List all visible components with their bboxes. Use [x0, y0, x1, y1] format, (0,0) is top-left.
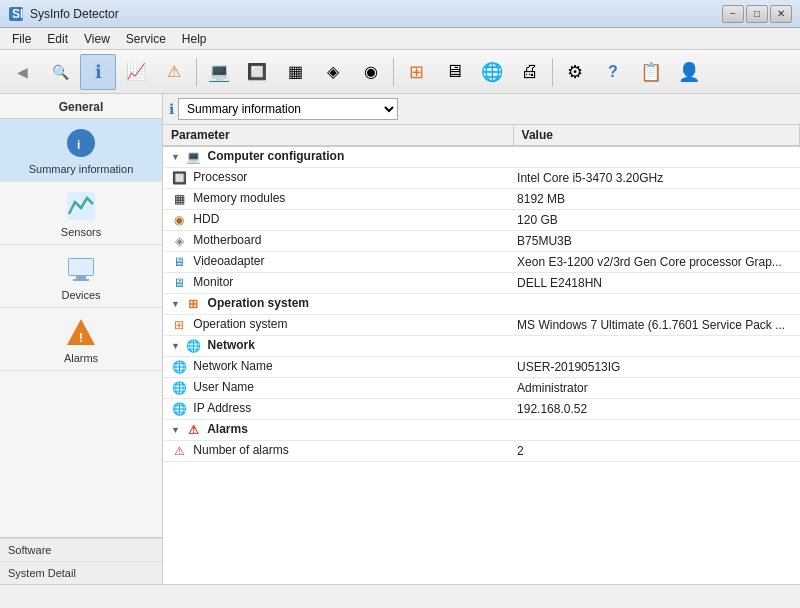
section-alarms-label: ▼ ⚠ Alarms: [163, 420, 513, 441]
username-icon: 🌐: [171, 380, 187, 396]
video-icon: 🖥: [171, 254, 187, 270]
menu-service[interactable]: Service: [118, 30, 174, 48]
hdd-param: ◉ HDD: [163, 210, 513, 231]
warn-icon: ⚠: [167, 62, 181, 81]
ip-param: 🌐 IP Address: [163, 399, 513, 420]
status-bar: [0, 584, 800, 608]
chart-icon: 📈: [126, 62, 146, 81]
tb-alarms-button[interactable]: ⚠: [156, 54, 192, 90]
os-icon: ⊞: [171, 317, 187, 333]
network-icon: 🌐: [481, 61, 503, 83]
help-icon: ?: [608, 63, 618, 81]
svg-rect-6: [76, 276, 86, 279]
tb-settings-button[interactable]: ⚙: [557, 54, 593, 90]
sidebar-item-devices[interactable]: Devices: [0, 245, 162, 308]
table-row[interactable]: ▼ 💻 Computer configuration: [163, 146, 800, 168]
mb-param: ◈ Motherboard: [163, 231, 513, 252]
tb-display-button[interactable]: 🖥: [436, 54, 472, 90]
table-row: 🌐 User Name Administrator: [163, 378, 800, 399]
sidebar-item-alarms[interactable]: ! Alarms: [0, 308, 162, 371]
drive-icon: ◉: [364, 62, 378, 81]
search-icon: 🔍: [52, 64, 69, 80]
sidebar-item-sensors-label: Sensors: [61, 226, 101, 238]
table-row: ⊞ Operation system MS Windows 7 Ultimate…: [163, 315, 800, 336]
tb-sensors-button[interactable]: 📈: [118, 54, 154, 90]
title-bar: SI SysInfo Detector − □ ✕: [0, 0, 800, 28]
summary-table: Parameter Value ▼ 💻 Computer configurati…: [163, 125, 800, 462]
tb-user-button[interactable]: 👤: [671, 54, 707, 90]
table-row: ▦ Memory modules 8192 MB: [163, 189, 800, 210]
expand-alarms-icon[interactable]: ▼: [171, 425, 180, 435]
tb-cpu-button[interactable]: 🔲: [239, 54, 275, 90]
video-param: 🖥 Videoadapter: [163, 252, 513, 273]
devices-icon: [65, 253, 97, 285]
content-toolbar: ℹ Summary information: [163, 94, 800, 125]
monitor-param: 🖥 Monitor: [163, 273, 513, 294]
tb-info-button[interactable]: ℹ: [80, 54, 116, 90]
tb-drive-button[interactable]: ◉: [353, 54, 389, 90]
toolbar-separator-1: [196, 58, 197, 86]
video-value: Xeon E3-1200 v2/3rd Gen Core processor G…: [513, 252, 799, 273]
os-param: ⊞ Operation system: [163, 315, 513, 336]
computer-row-icon: 💻: [185, 149, 201, 165]
toolbar: ◀ 🔍 ℹ 📈 ⚠ 💻 🔲 ▦ ◈ ◉ ⊞ 🖥 🌐 🖨 ⚙ ?: [0, 50, 800, 94]
content-area: ℹ Summary information Parameter Value: [163, 94, 800, 584]
menu-file[interactable]: File: [4, 30, 39, 48]
tb-search-button[interactable]: 🔍: [42, 54, 78, 90]
tb-network-button[interactable]: 🌐: [474, 54, 510, 90]
hdd-icon: ◉: [171, 212, 187, 228]
menu-bar: File Edit View Service Help: [0, 28, 800, 50]
expand-os-icon[interactable]: ▼: [171, 299, 180, 309]
tb-back-button[interactable]: ◀: [4, 54, 40, 90]
mb-icon: ◈: [171, 233, 187, 249]
table-row[interactable]: ▼ ⚠ Alarms: [163, 420, 800, 441]
computer-icon: 💻: [208, 61, 230, 83]
dropdown-info-icon: ℹ: [169, 101, 174, 117]
summary-select[interactable]: Summary information: [178, 98, 398, 120]
sidebar-bottom-software[interactable]: Software: [0, 538, 162, 561]
maximize-button[interactable]: □: [746, 5, 768, 23]
user-icon: 👤: [678, 61, 700, 83]
memory-param: ▦ Memory modules: [163, 189, 513, 210]
expand-network-icon[interactable]: ▼: [171, 341, 180, 351]
sidebar-item-summary[interactable]: i Summary information: [0, 119, 162, 182]
network-row-icon: 🌐: [185, 338, 201, 354]
sidebar: General i Summary information Sensors: [0, 94, 163, 584]
menu-help[interactable]: Help: [174, 30, 215, 48]
table-row: ◈ Motherboard B75MU3B: [163, 231, 800, 252]
table-row[interactable]: ▼ ⊞ Operation system: [163, 294, 800, 315]
minimize-button[interactable]: −: [722, 5, 744, 23]
section-network-label: ▼ 🌐 Network: [163, 336, 513, 357]
table-row: 🔲 Processor Intel Core i5-3470 3.20GHz: [163, 168, 800, 189]
app-icon: SI: [8, 6, 24, 22]
printer-icon: 🖨: [521, 61, 539, 82]
section-computer-label: ▼ 💻 Computer configuration: [163, 146, 513, 168]
table-row[interactable]: ▼ 🌐 Network: [163, 336, 800, 357]
menu-edit[interactable]: Edit: [39, 30, 76, 48]
close-button[interactable]: ✕: [770, 5, 792, 23]
tb-printer-button[interactable]: 🖨: [512, 54, 548, 90]
tb-windows-button[interactable]: ⊞: [398, 54, 434, 90]
tb-mb-button[interactable]: ◈: [315, 54, 351, 90]
table-row: 🖥 Monitor DELL E2418HN: [163, 273, 800, 294]
processor-value: Intel Core i5-3470 3.20GHz: [513, 168, 799, 189]
expand-computer-icon[interactable]: ▼: [171, 152, 180, 162]
menu-view[interactable]: View: [76, 30, 118, 48]
monitor-value: DELL E2418HN: [513, 273, 799, 294]
toolbar-separator-3: [552, 58, 553, 86]
tb-report-button[interactable]: 📋: [633, 54, 669, 90]
sidebar-item-sensors[interactable]: Sensors: [0, 182, 162, 245]
alarmcount-icon: ⚠: [171, 443, 187, 459]
os-value: MS Windows 7 Ultimate (6.1.7601 Service …: [513, 315, 799, 336]
tb-help-button[interactable]: ?: [595, 54, 631, 90]
memory-icon: ▦: [171, 191, 187, 207]
alarms-row-icon: ⚠: [185, 422, 201, 438]
tb-ram-button[interactable]: ▦: [277, 54, 313, 90]
monitor-icon: 🖥: [171, 275, 187, 291]
window-title: SysInfo Detector: [30, 7, 722, 21]
username-param: 🌐 User Name: [163, 378, 513, 399]
tb-computer-button[interactable]: 💻: [201, 54, 237, 90]
sidebar-bottom-systemdetail[interactable]: System Detail: [0, 561, 162, 584]
svg-point-2: [67, 129, 95, 157]
report-icon: 📋: [640, 61, 662, 83]
